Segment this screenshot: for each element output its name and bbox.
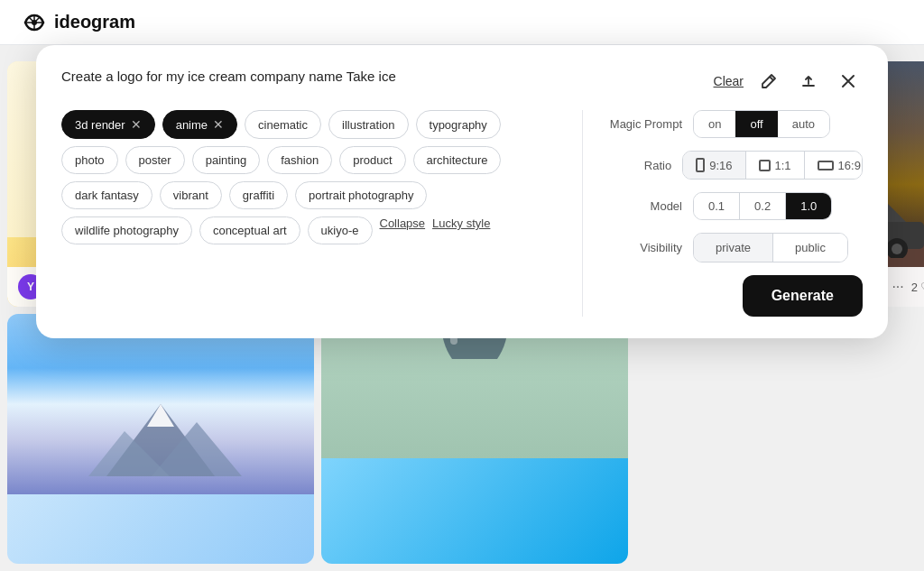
generate-row: Generate xyxy=(601,275,863,317)
magic-prompt-on[interactable]: on xyxy=(694,111,735,137)
tag-architecture[interactable]: architecture xyxy=(413,146,502,174)
close-icon xyxy=(841,74,855,88)
tag-photo[interactable]: photo xyxy=(61,146,118,174)
tag-cinematic[interactable]: cinematic xyxy=(245,110,321,139)
header: ideogram xyxy=(0,0,924,45)
left-side: 3d render ✕ anime ✕ cinematic illustrati… xyxy=(61,110,564,317)
prompt-text: Create a logo for my ice cream company n… xyxy=(61,67,585,87)
tag-wildlife-photography[interactable]: wildlife photography xyxy=(61,216,192,244)
tag-painting[interactable]: painting xyxy=(192,146,261,174)
ratio-1-1-icon xyxy=(759,160,771,171)
tag-portrait-photography[interactable]: portrait photography xyxy=(295,181,427,209)
ratio-16-9[interactable]: 16:9 ▼ xyxy=(805,152,863,179)
ratio-1-1[interactable]: 1:1 xyxy=(746,152,805,179)
edit-icon xyxy=(761,73,777,89)
tag-poster[interactable]: poster xyxy=(125,146,185,174)
right-side: Magic Prompt on off auto Ratio 9:16 xyxy=(601,110,863,317)
model-row: Model 0.1 0.2 1.0 xyxy=(601,192,863,220)
visibility-row: Visibility private public xyxy=(601,233,863,262)
magic-prompt-row: Magic Prompt on off auto xyxy=(601,110,863,138)
tag-3d-render[interactable]: 3d render ✕ xyxy=(61,110,155,139)
model-label: Model xyxy=(601,199,682,213)
svg-marker-20 xyxy=(147,404,174,427)
magic-prompt-off[interactable]: off xyxy=(735,111,777,137)
logo-text: ideogram xyxy=(54,12,135,32)
card-actions: Clear xyxy=(714,67,863,96)
like-count-3: 2 xyxy=(911,281,918,294)
ratio-9-16-icon xyxy=(696,158,705,172)
collapse-link[interactable]: Collapse xyxy=(380,216,426,244)
model-1-0[interactable]: 1.0 xyxy=(786,193,831,219)
magic-prompt-label: Magic Prompt xyxy=(601,117,682,131)
image-card-4 xyxy=(7,314,314,564)
tag-conceptual-art[interactable]: conceptual art xyxy=(199,216,300,244)
tag-product[interactable]: product xyxy=(339,146,405,174)
vertical-divider xyxy=(582,110,583,317)
visibility-private[interactable]: private xyxy=(694,234,773,262)
logo-icon xyxy=(22,10,47,35)
tag-dark-fantasy[interactable]: dark fantasy xyxy=(61,181,152,209)
tag-close-icon: ✕ xyxy=(131,117,142,132)
clear-button[interactable]: Clear xyxy=(714,74,744,88)
more-options-3[interactable]: ··· xyxy=(892,279,903,295)
visibility-group: private public xyxy=(693,233,848,262)
logo: ideogram xyxy=(22,10,135,35)
mountain-illustration xyxy=(70,395,251,485)
main-card: Create a logo for my ice cream company n… xyxy=(36,45,888,338)
edit-button[interactable] xyxy=(754,67,783,96)
model-group: 0.1 0.2 1.0 xyxy=(693,192,832,220)
ratio-16-9-icon xyxy=(818,161,834,170)
like-button-3[interactable]: 2 ♡ xyxy=(911,281,924,294)
tags-area: 3d render ✕ anime ✕ cinematic illustrati… xyxy=(61,110,564,244)
close-button[interactable] xyxy=(834,67,863,96)
tag-close-icon: ✕ xyxy=(213,117,224,132)
ratio-label: Ratio xyxy=(601,159,671,172)
tag-graffiti[interactable]: graffiti xyxy=(229,181,288,209)
upload-button[interactable] xyxy=(794,67,823,96)
generate-button[interactable]: Generate xyxy=(743,275,863,317)
tag-fashion[interactable]: fashion xyxy=(267,146,332,174)
ratio-9-16[interactable]: 9:16 xyxy=(683,152,745,179)
heart-icon-3: ♡ xyxy=(920,281,924,294)
upload-icon xyxy=(800,73,817,89)
lucky-style-link[interactable]: Lucky style xyxy=(432,216,490,244)
model-0-2[interactable]: 0.2 xyxy=(740,193,786,219)
visibility-public[interactable]: public xyxy=(773,234,847,262)
tag-ukiyo-e[interactable]: ukiyo-e xyxy=(308,216,373,244)
magic-prompt-auto[interactable]: auto xyxy=(778,111,829,137)
svg-point-16 xyxy=(892,244,902,254)
tag-label: 3d render xyxy=(75,118,125,132)
tag-typography[interactable]: typography xyxy=(416,110,501,139)
visibility-label: Visibility xyxy=(601,241,682,254)
magic-prompt-group: on off auto xyxy=(693,110,830,138)
tag-illustration[interactable]: illustration xyxy=(328,110,409,139)
card-layout: 3d render ✕ anime ✕ cinematic illustrati… xyxy=(61,110,863,317)
image-actions-3: ··· 2 ♡ xyxy=(892,279,924,295)
tag-anime[interactable]: anime ✕ xyxy=(162,110,237,139)
tag-vibrant[interactable]: vibrant xyxy=(160,181,222,209)
card-top: Create a logo for my ice cream company n… xyxy=(61,67,863,96)
tag-label: anime xyxy=(176,118,208,132)
ratio-row: Ratio 9:16 1:1 16:9 ▼ xyxy=(601,151,863,180)
model-0-1[interactable]: 0.1 xyxy=(694,193,740,219)
ratio-group: 9:16 1:1 16:9 ▼ xyxy=(682,151,863,180)
